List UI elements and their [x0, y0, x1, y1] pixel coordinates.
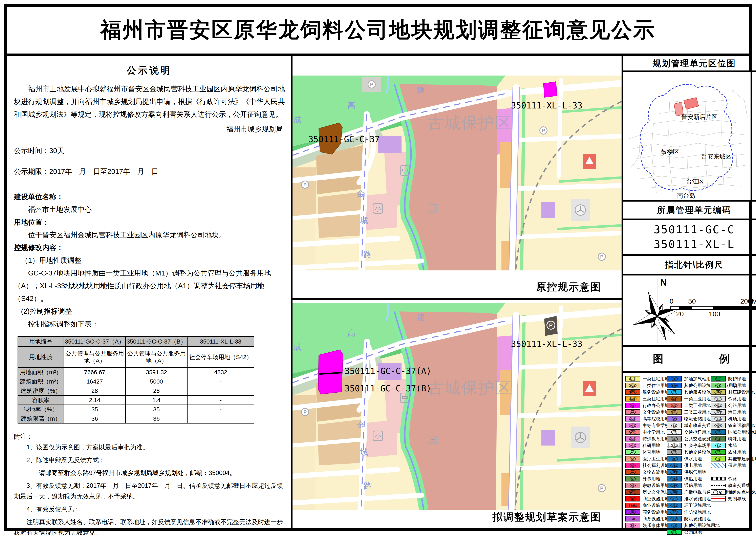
legend-item-label: 消防设施用地 — [684, 509, 711, 515]
legend-item: B3 娱乐康体用地 — [625, 522, 665, 529]
svg-text:路: 路 — [364, 482, 372, 491]
legend-item: S41 公共交通设施用地 — [667, 436, 710, 442]
legend-item: S2 城市轨道交通用地 — [667, 422, 710, 429]
legend-swatch-icon: B9 — [667, 389, 682, 395]
svg-text:N: N — [660, 277, 667, 288]
legend-item: U16 广播电视与通信设施用地 — [667, 489, 710, 495]
legend-item-label: 三类工业用地 — [684, 409, 711, 415]
table-cell: 28 — [125, 386, 187, 395]
legend-item-label: 广场用地 — [728, 382, 746, 389]
legend-swatch-icon: U14 — [667, 476, 682, 482]
scale-20: 20 — [676, 310, 684, 318]
legend-column: G2 防护绿地 G3 广场用地 H14 村庄建设用地 — [711, 376, 756, 535]
sidebar-panel: 规划管理单元区位图 — [623, 56, 756, 528]
legend-item-label: 供燃气用地 — [684, 469, 706, 475]
legend-swatch-icon: A8 — [625, 476, 640, 482]
legend-swatch-icon: H21 — [711, 396, 726, 402]
legend-item-label: 保留用地 — [728, 463, 746, 468]
legend-item: M1 一类工业用地 — [667, 395, 710, 402]
legend-item-label: 体育用地 — [642, 449, 660, 455]
svg-text:P: P — [600, 486, 604, 491]
row-label: 建筑限高（m） — [18, 414, 64, 423]
legend-item-label: 文化设施用地 — [642, 409, 669, 415]
legend-item: R22 服务设施用地 — [625, 389, 665, 395]
title-band: 福州市晋安区原华龙饲料公司地块规划调整征询意见公示 — [7, 7, 749, 56]
legend-item: A1 行政办公用地 — [625, 402, 665, 409]
legend-swatch-icon: A7 — [625, 469, 640, 475]
legend-item-label: 商务设施用地 — [642, 516, 669, 522]
svg-text:P: P — [303, 182, 307, 187]
scale-50: 50 — [688, 297, 696, 305]
legend-item-label: 供热用地 — [684, 476, 702, 482]
legend-item-label: 防洪设施用地 — [684, 516, 711, 522]
legend-swatch-icon: A9 — [625, 483, 640, 488]
legend-item-label: 行政办公用地 — [642, 403, 669, 408]
legend-swatch-icon: G2 — [711, 376, 726, 381]
legend-swatch-icon: A1 — [625, 403, 640, 408]
signature: 福州市城乡规划局 — [14, 123, 283, 135]
legend-swatch-icon: U11 — [667, 456, 682, 462]
legend-swatch-icon: H3 — [711, 429, 726, 435]
location-map-svg: 晋安新店片区 鼓楼区 晋安东城区 台江区 南台岛 — [623, 72, 750, 200]
old-town-watermark: 古城保护区 — [427, 379, 512, 397]
svg-text:P: P — [549, 322, 553, 328]
scale-bar-graphic — [670, 306, 756, 310]
legend-swatch-icon: A35 — [625, 443, 640, 448]
row-label: 建筑面积（m²） — [18, 377, 64, 386]
legend-item-label: 加油加气站用地 — [684, 376, 715, 382]
legend-item: B9 其他服务设施用地 — [667, 389, 710, 395]
legend-swatch-icon: H24 — [711, 416, 726, 421]
unit-code: 350111-GC-C — [654, 222, 735, 237]
table-cell: 4332 — [187, 368, 254, 377]
table-row: 用地编号 350111-GC-C-37（A） 350111-GC-C-37（B）… — [18, 336, 254, 347]
legend-item: A7 文物古迹用地 — [625, 469, 665, 475]
legend-item: U11 供水用地 — [667, 455, 710, 462]
legend-item: B49 其他公用设施营业网点用地 — [667, 382, 710, 389]
row-label: 容积率 — [18, 395, 64, 405]
legend-swatch-icon: U32 — [667, 516, 682, 521]
legend-column: R11 一类住宅用地 R21 二类住宅用地 R22 服务设施用地 — [625, 376, 665, 535]
legend-item-label: 供电用地 — [684, 463, 702, 468]
col-header: 用地编号 — [18, 336, 64, 347]
scale-200m: 200M — [740, 297, 756, 305]
planning-notice-sheet: 福州市晋安区原华龙饲料公司地块规划调整征询意见公示 公示说明 福州市土地发展中心… — [0, 0, 756, 535]
content-area: 公示说明 福州市土地发展中心拟就福州市晋安区金城民营科技工业园区内原华龙饲料公司… — [7, 56, 749, 528]
svg-text:小: 小 — [375, 205, 381, 212]
legend-item-label: 特殊用地 — [728, 436, 746, 442]
legend-item: H4 特殊用地 — [711, 436, 756, 442]
legend-swatch-icon: A10 — [625, 489, 640, 495]
plot-xl-l-33-label: 350111-XL-L-33 — [511, 339, 582, 349]
builder-label: 建设单位名称： — [14, 190, 285, 203]
plot-xl-l-33-label: 350111-XL-L-33 — [511, 100, 582, 110]
legend-item-label: 交通枢纽用地 — [684, 429, 711, 435]
legend-swatch-icon: M2 — [667, 403, 682, 408]
svg-text:高: 高 — [347, 328, 356, 337]
legend-item-label: 铁路 — [728, 476, 737, 482]
maps-panel: 成 高 速 金 城 路 中 小 土 P P P P — [291, 56, 623, 528]
legend-item-label: 一类工业用地 — [684, 396, 711, 402]
legend-swatch-icon: U21 — [667, 496, 682, 501]
svg-text:路: 路 — [364, 250, 372, 259]
legend-item-label: 轨道交通线 — [728, 483, 750, 489]
legend-swatch-icon: S42 — [667, 443, 682, 448]
location-map: 晋安新店片区 鼓楼区 晋安东城区 台江区 南台岛 — [623, 72, 756, 202]
legend-swatch-icon: H22 — [711, 403, 726, 408]
control-indicator-table: 用地编号 350111-GC-C-37（A） 350111-GC-C-37（B）… — [17, 336, 254, 424]
scale-0: 0 — [670, 297, 673, 305]
old-town-watermark: 古城保护区 — [427, 114, 512, 132]
notice-text-panel: 公示说明 福州市土地发展中心拟就福州市晋安区金城民营科技工业园区内原华龙饲料公司… — [7, 56, 291, 528]
notice-fields: 建设单位名称： 福州市土地发展中心 用地位置： 位于晋安区福州金城民营科技工业园… — [14, 190, 285, 330]
svg-text:P: P — [600, 254, 604, 260]
col-header: 350111-GC-C-37（A） — [64, 336, 125, 347]
legend-swatch-icon: A34 — [625, 436, 640, 441]
svg-text:成: 成 — [293, 115, 301, 124]
svg-text:中: 中 — [402, 167, 408, 174]
legend-item: U15 通信用地 — [667, 482, 710, 489]
legend-swatch-icon: A6 — [625, 463, 640, 468]
legend-swatch-icon: A31 — [625, 416, 640, 421]
legend-item: 轨道站点/换乘站 — [711, 489, 756, 495]
original-plan-map: 成 高 速 金 城 路 中 小 土 P P P P — [292, 75, 622, 270]
svg-text:金: 金 — [357, 189, 365, 198]
legend-swatch-icon: B1 — [625, 496, 640, 501]
legend-item: B1/B2 商业设施用地 — [625, 502, 665, 509]
